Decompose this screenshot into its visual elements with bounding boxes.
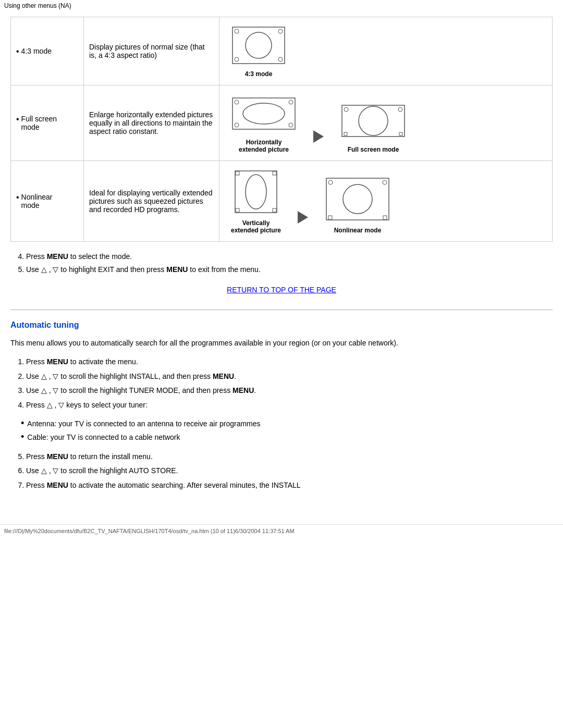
mode-name-nonlinear: • Nonlinearmode — [11, 161, 84, 242]
up-icon-5: △ — [41, 264, 47, 275]
auto-tuning-desc: This menu allows you to automatically se… — [10, 337, 553, 349]
section-divider — [10, 310, 553, 310]
top-bar: Using other menus (NA) — [0, 0, 563, 11]
menu-key-at2: MENU — [213, 372, 234, 380]
screen-figure-43: 4:3 mode — [230, 24, 287, 78]
mode-images-nonlinear: Verticallyextended picture — [219, 161, 553, 242]
step-5: Use △ , ▽ to highlight EXIT and then pre… — [26, 264, 553, 275]
table-row: • Full screenmode Enlarge horizontally e… — [11, 85, 553, 161]
footer: file:///D|/My%20documents/dfu/B2C_TV_NAF… — [0, 524, 563, 537]
mode-desc-fullscreen: Enlarge horizontally extended pictures e… — [84, 85, 219, 161]
svg-rect-18 — [235, 171, 277, 213]
main-content: • 4:3 mode Display pictures of normal si… — [0, 11, 563, 509]
tuner-bullets: Antenna: your TV is connected to an ante… — [21, 418, 553, 443]
down-icon-at2: ▽ — [53, 371, 58, 382]
auto-step-7: Press MENU to activate the automatic sea… — [26, 479, 553, 491]
mode-images-43: 4:3 mode — [219, 17, 553, 85]
screen-figure-horiz: Horizontallyextended picture — [230, 93, 298, 153]
bullet-cable-text: Cable: your TV is connected to a cable n… — [27, 431, 180, 443]
bullet-cable: Cable: your TV is connected to a cable n… — [21, 431, 553, 443]
down-icon-at4: ▽ — [58, 399, 64, 411]
screen-figure-nonlinear: Nonlinear mode — [324, 176, 391, 234]
screen-svg-vert — [230, 168, 282, 215]
bullet-dot: • — [16, 115, 19, 124]
down-icon-5: ▽ — [53, 264, 58, 275]
screen-figure-fullscreen: Full screen mode — [339, 100, 407, 153]
auto-step-5: Press MENU to return the install menu. — [26, 451, 553, 462]
mode-label-nonlinear: Nonlinearmode — [21, 193, 53, 209]
top-bar-text: Using other menus (NA) — [4, 2, 71, 9]
mode-images-fullscreen: Horizontallyextended picture — [219, 85, 553, 161]
table-row: • Nonlinearmode Ideal for displaying ver… — [11, 161, 553, 242]
screen-svg-fullscreen — [339, 100, 407, 142]
return-to-top[interactable]: RETURN TO TOP OF THE PAGE — [10, 286, 553, 294]
up-icon-at2: △ — [41, 371, 47, 382]
down-icon-at6: ▽ — [53, 465, 58, 476]
menu-key-4: MENU — [47, 252, 68, 261]
screen-label-vert: Verticallyextended picture — [231, 219, 281, 234]
bullet-antenna: Antenna: your TV is connected to an ante… — [21, 418, 553, 429]
bullet-antenna-text: Antenna: your TV is connected to an ante… — [27, 418, 260, 429]
svg-rect-6 — [232, 98, 295, 129]
mode-label-fullscreen: Full screenmode — [21, 115, 57, 131]
screen-svg-43 — [230, 24, 287, 66]
auto-tuning-steps-2: Press MENU to return the install menu. U… — [26, 451, 553, 491]
mode-table: • 4:3 mode Display pictures of normal si… — [10, 17, 553, 242]
screen-svg-nonlinear — [324, 176, 391, 223]
up-icon-at6: △ — [41, 465, 47, 476]
step-instructions: Press MENU to select the mode. Use △ , ▽… — [10, 251, 553, 275]
menu-key-at7: MENU — [47, 481, 68, 489]
mode-desc-nonlinear: Ideal for displaying vertically extended… — [84, 161, 219, 242]
step-4: Press MENU to select the mode. — [26, 251, 553, 262]
auto-step-6: Use △ , ▽ to scroll the highlight AUTO S… — [26, 465, 553, 476]
mode-desc-43: Display pictures of normal size (that is… — [84, 17, 219, 85]
auto-step-1: Press MENU to activate the menu. — [26, 356, 553, 367]
menu-key-at3: MENU — [232, 386, 254, 394]
auto-tuning-steps-1: Press MENU to activate the menu. Use △ ,… — [26, 356, 553, 411]
mode-label-43: 4:3 mode — [21, 47, 52, 55]
svg-rect-12 — [342, 105, 405, 137]
bullet-dot: • — [16, 47, 19, 56]
auto-step-2: Use △ , ▽ to scroll the highlight INSTAL… — [26, 371, 553, 382]
mode-name-fullscreen: • Full screenmode — [11, 85, 84, 161]
menu-key-at5: MENU — [47, 452, 68, 461]
screen-label-fullscreen: Full screen mode — [348, 146, 399, 153]
auto-tuning-section: Automatic tuning This menu allows you to… — [10, 320, 553, 491]
auto-tuning-title: Automatic tuning — [10, 320, 553, 330]
table-row: • 4:3 mode Display pictures of normal si… — [11, 17, 553, 85]
screen-figure-vert: Verticallyextended picture — [230, 168, 282, 234]
arrow-fullscreen — [313, 130, 324, 153]
screen-svg-horiz — [230, 93, 298, 134]
footer-text: file:///D|/My%20documents/dfu/B2C_TV_NAF… — [4, 528, 295, 534]
bullet-dot: • — [16, 193, 19, 202]
screen-label-nonlinear: Nonlinear mode — [334, 227, 382, 234]
mode-name-43: • 4:3 mode — [11, 17, 84, 85]
step-list: Press MENU to select the mode. Use △ , ▽… — [26, 251, 553, 275]
up-icon-at3: △ — [41, 385, 47, 396]
menu-key-5: MENU — [166, 265, 188, 274]
up-icon-at4: △ — [47, 399, 53, 411]
return-link-anchor[interactable]: RETURN TO TOP OF THE PAGE — [227, 286, 336, 294]
auto-step-3: Use △ , ▽ to scroll the highlight TUNER … — [26, 385, 553, 396]
down-icon-at3: ▽ — [53, 385, 58, 396]
arrow-nonlinear — [298, 211, 308, 234]
auto-step-4: Press △ , ▽ keys to select your tuner: — [26, 399, 553, 411]
menu-key-at1: MENU — [47, 357, 68, 366]
screen-label-43: 4:3 mode — [245, 70, 273, 78]
screen-label-horiz: Horizontallyextended picture — [239, 139, 289, 153]
